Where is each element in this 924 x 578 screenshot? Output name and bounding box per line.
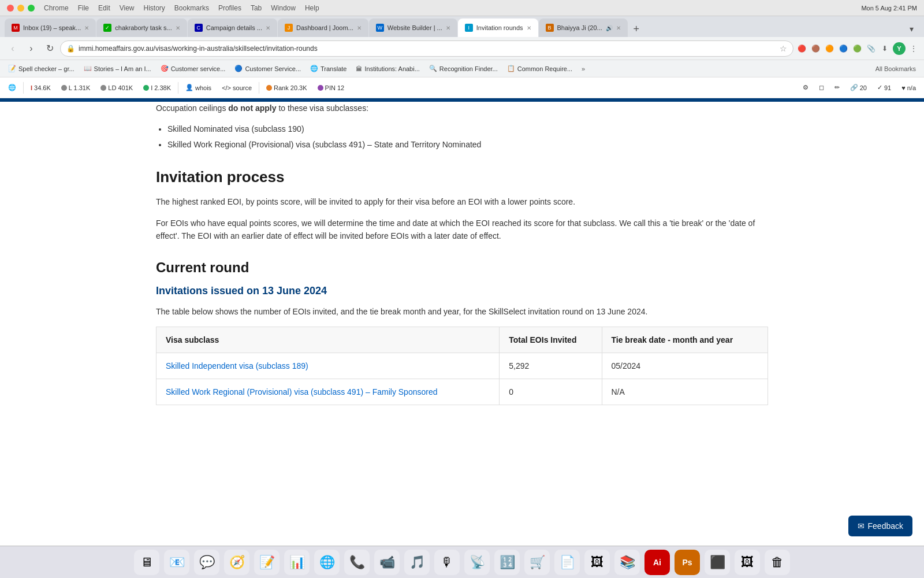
tab-sound-icon[interactable]: 🔊	[606, 25, 613, 31]
url-bar[interactable]: 🔒 immi.homeaffairs.gov.au/visas/working-…	[60, 40, 793, 57]
dock-facetime[interactable]: 📹	[374, 550, 400, 575]
seo-item-settings[interactable]: ⚙	[799, 83, 812, 92]
tab-campaign-close[interactable]: ✕	[266, 25, 270, 31]
maximize-button[interactable]	[28, 5, 35, 12]
dock-dict[interactable]: 📚	[614, 550, 640, 575]
menu-edit[interactable]: Edit	[98, 4, 110, 12]
dock-photos[interactable]: 🖼	[735, 550, 760, 575]
tab-list-button[interactable]: ▾	[903, 21, 919, 37]
tab-inbox-close[interactable]: ✕	[84, 25, 89, 31]
seo-item-rank[interactable]: Rank 20.3K	[263, 83, 310, 92]
bookmark-spellchecker[interactable]: 📝 Spell checker – gr...	[5, 64, 78, 73]
invitations-issued-heading: Invitations issued on 13 June 2024	[144, 285, 780, 297]
menu-profiles[interactable]: Profiles	[218, 4, 241, 12]
extension-icon-1[interactable]: 🔴	[796, 43, 807, 54]
profile-icon[interactable]: Y	[893, 42, 906, 55]
tab-dashboard[interactable]: J Dashboard | Joom... ✕	[278, 18, 368, 37]
feedback-button[interactable]: ✉ Feedback	[848, 516, 912, 536]
all-bookmarks[interactable]: All Bookmarks	[872, 64, 919, 73]
extension-icon-6[interactable]: 📎	[865, 43, 877, 54]
tab-chakraborty-close[interactable]: ✕	[176, 25, 180, 31]
menu-history[interactable]: History	[144, 4, 165, 12]
menu-tab[interactable]: Tab	[251, 4, 262, 12]
extension-icon-3[interactable]: 🟠	[824, 43, 835, 54]
bookmark-stories[interactable]: 📖 Stories – I Am an I...	[80, 64, 155, 73]
menu-chrome[interactable]: Chrome	[44, 4, 69, 12]
dock-excel[interactable]: 📊	[284, 550, 310, 575]
bookmark-customer1-label: Customer service...	[171, 65, 226, 72]
seo-l-value: L 1.31K	[69, 84, 91, 91]
bookmark-translate[interactable]: 🌐 Translate	[307, 64, 350, 73]
bookmarks-more[interactable]: »	[578, 64, 588, 73]
seo-item-pin[interactable]: PIN 12	[314, 83, 348, 92]
back-button[interactable]: ‹	[5, 40, 21, 57]
minimize-button[interactable]	[17, 5, 24, 12]
seo-item-global[interactable]: 🌐	[5, 83, 20, 92]
seo-item-ld[interactable]: LD 401K	[97, 83, 136, 92]
dock-messages[interactable]: 💬	[194, 550, 219, 575]
bookmark-customer2[interactable]: 🔵 Customer Service...	[231, 64, 304, 73]
tab-bhaiyya-close[interactable]: ✕	[616, 25, 621, 31]
dock-pages[interactable]: 📄	[554, 550, 580, 575]
dock-safari[interactable]: 🧭	[224, 550, 249, 575]
dock-zoom[interactable]: 📡	[464, 550, 490, 575]
close-button[interactable]	[7, 5, 14, 12]
bookmark-common[interactable]: 📋 Common Require...	[504, 64, 576, 73]
menu-help[interactable]: Help	[305, 4, 319, 12]
seo-item-whois[interactable]: 👤 whois	[182, 83, 215, 92]
dock-outlook[interactable]: 📧	[164, 550, 189, 575]
seo-item-ib[interactable]: I 2.38K	[140, 83, 174, 92]
tab-website[interactable]: W Website Builder | ... ✕	[369, 18, 457, 37]
seo-item-edit[interactable]: ✏	[831, 83, 843, 92]
tab-invitation-close[interactable]: ✕	[527, 25, 531, 31]
seo-item-l[interactable]: L 1.31K	[58, 83, 94, 92]
extension-icon-5[interactable]: 🟢	[851, 43, 863, 54]
dock-numbers[interactable]: 🔢	[494, 550, 520, 575]
dock-terminal[interactable]: ⬛	[705, 550, 730, 575]
reload-button[interactable]: ↻	[42, 40, 58, 57]
tab-website-close[interactable]: ✕	[446, 25, 450, 31]
dock-preview[interactable]: 🖼	[584, 550, 610, 575]
seo-item-heart[interactable]: ♥ n/a	[898, 83, 919, 92]
tab-inbox[interactable]: M Inbox (19) – speak... ✕	[5, 18, 96, 37]
tab-campaign[interactable]: C Campaign details ... ✕	[188, 18, 277, 37]
new-tab-button[interactable]: +	[628, 21, 644, 37]
dock-music[interactable]: 🎵	[404, 550, 430, 575]
menu-window[interactable]: Window	[271, 4, 296, 12]
menu-view[interactable]: View	[120, 4, 135, 12]
row1-subclass-link[interactable]: Skilled Independent visa (subclass 189)	[166, 361, 308, 370]
bookmark-star-icon[interactable]: ☆	[780, 44, 787, 53]
seo-pin-value: PIN 12	[325, 84, 345, 91]
dock-finder[interactable]: 🖥	[134, 550, 159, 575]
menu-icon[interactable]: ⋮	[908, 43, 919, 54]
dock-podcasts[interactable]: 🎙	[434, 550, 460, 575]
seo-item-links[interactable]: 🔗 20	[847, 83, 870, 92]
menu-file[interactable]: File	[78, 4, 89, 12]
dock-appstore[interactable]: 🛒	[524, 550, 550, 575]
bookmark-customer1[interactable]: 🎯 Customer service...	[157, 64, 229, 73]
seo-item-source[interactable]: </> source	[218, 83, 255, 92]
url-text[interactable]: immi.homeaffairs.gov.au/visas/working-in…	[79, 45, 776, 53]
dock-chrome[interactable]: 🌐	[314, 550, 340, 575]
tab-invitation[interactable]: I Invitation rounds ✕	[458, 18, 538, 37]
dock-word[interactable]: 📝	[254, 550, 280, 575]
bookmark-recognition[interactable]: 🔍 Recognition Finder...	[426, 64, 501, 73]
dock-trash[interactable]: 🗑	[765, 550, 790, 575]
dock-adobe2[interactable]: Ps	[675, 550, 700, 575]
extension-icon-2[interactable]: 🟤	[810, 43, 821, 54]
tab-chakraborty[interactable]: ✓ chakraborty task s... ✕	[96, 18, 187, 37]
tab-dashboard-close[interactable]: ✕	[357, 25, 362, 31]
dock-skype[interactable]: 📞	[344, 550, 370, 575]
seo-item-check[interactable]: ✓ 91	[874, 83, 895, 92]
dock-adobe1[interactable]: Ai	[644, 550, 670, 575]
menu-bookmarks[interactable]: Bookmarks	[174, 4, 209, 12]
tab-bhaiyya[interactable]: B Bhaiyya Ji (20... 🔊 ✕	[539, 18, 628, 37]
download-icon[interactable]: ⬇	[879, 43, 891, 54]
traffic-lights[interactable]	[7, 5, 35, 12]
seo-item-highlight[interactable]: ◻	[815, 83, 828, 92]
forward-button[interactable]: ›	[23, 40, 39, 57]
row2-subclass-link[interactable]: Skilled Work Regional (Provisional) visa…	[166, 387, 438, 397]
seo-item-i[interactable]: I 34.6K	[27, 83, 54, 92]
bookmark-institutions[interactable]: 🏛 Institutions: Anabi...	[352, 64, 423, 73]
extension-icon-4[interactable]: 🔵	[837, 43, 849, 54]
